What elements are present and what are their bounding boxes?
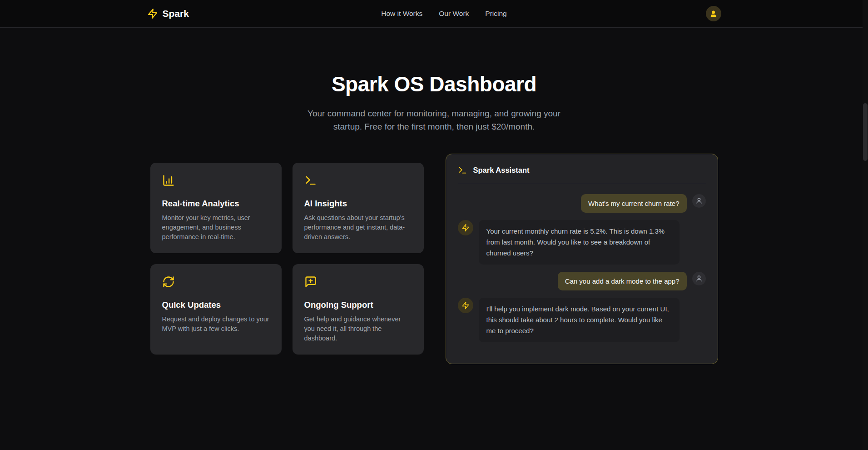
chat-message-assistant: Your current monthly churn rate is 5.2%.…: [458, 220, 706, 265]
navbar-container: Spark How it Works Our Work Pricing: [147, 0, 721, 27]
hero-subtitle: Your command center for monitoring, mana…: [298, 107, 570, 134]
user-icon: [709, 10, 717, 18]
user-icon: [695, 275, 703, 282]
feature-card-realtime-analytics: Real-time Analytics Monitor your key met…: [150, 163, 282, 253]
spark-assistant-panel: Spark Assistant What's my current churn …: [446, 154, 718, 364]
spark-avatar: [458, 220, 473, 235]
page-title: Spark OS Dashboard: [0, 72, 868, 96]
terminal-icon: [458, 165, 467, 175]
feature-card-quick-updates: Quick Updates Request and deploy changes…: [150, 264, 282, 355]
feature-title: Real-time Analytics: [162, 199, 270, 209]
user-message-bubble: Can you add a dark mode to the app?: [558, 272, 687, 290]
message-square-plus-icon: [304, 275, 317, 288]
feature-title: Ongoing Support: [304, 300, 412, 310]
nav-links: How it Works Our Work Pricing: [381, 10, 506, 18]
main-content: Real-time Analytics Monitor your key met…: [0, 154, 868, 364]
assistant-message-bubble: I'll help you implement dark mode. Based…: [479, 298, 680, 342]
lightning-bolt-icon: [461, 301, 470, 310]
user-avatar: [692, 272, 706, 285]
page-scrollbar-thumb[interactable]: [863, 103, 868, 161]
user-message-bubble: What's my current churn rate?: [581, 194, 686, 213]
chat-message-user: What's my current churn rate?: [458, 194, 706, 213]
user-icon: [695, 197, 703, 205]
lightning-bolt-icon: [147, 8, 158, 19]
navbar: Spark How it Works Our Work Pricing: [0, 0, 868, 28]
terminal-icon: [304, 174, 317, 187]
brand-logo[interactable]: Spark: [147, 8, 189, 19]
nav-link-pricing[interactable]: Pricing: [485, 10, 506, 18]
nav-link-how-it-works[interactable]: How it Works: [381, 10, 422, 18]
hero-section: Spark OS Dashboard Your command center f…: [0, 28, 868, 134]
user-avatar: [692, 194, 706, 208]
brand-name: Spark: [163, 8, 189, 19]
feature-title: Quick Updates: [162, 300, 270, 310]
feature-description: Request and deploy changes to your MVP w…: [162, 315, 270, 334]
bar-chart-icon: [162, 174, 175, 187]
feature-title: AI Insights: [304, 199, 412, 209]
chat-messages: What's my current churn rate? Your curre…: [458, 194, 706, 342]
chat-message-assistant: I'll help you implement dark mode. Based…: [458, 298, 706, 342]
feature-description: Ask questions about your startup's perfo…: [304, 213, 412, 242]
nav-link-our-work[interactable]: Our Work: [439, 10, 469, 18]
account-avatar-button[interactable]: [706, 6, 721, 21]
chat-message-user: Can you add a dark mode to the app?: [458, 272, 706, 290]
assistant-message-bubble: Your current monthly churn rate is 5.2%.…: [479, 220, 680, 265]
feature-card-ongoing-support: Ongoing Support Get help and guidance wh…: [293, 264, 424, 355]
spark-avatar: [458, 298, 473, 313]
features-grid: Real-time Analytics Monitor your key met…: [150, 163, 424, 355]
page: Spark How it Works Our Work Pricing Spar…: [0, 0, 868, 450]
assistant-divider: [458, 183, 706, 183]
assistant-header: Spark Assistant: [458, 165, 706, 175]
lightning-bolt-icon: [461, 224, 470, 232]
page-scrollbar-track[interactable]: [863, 0, 868, 450]
feature-description: Get help and guidance whenever you need …: [304, 315, 412, 343]
feature-card-ai-insights: AI Insights Ask questions about your sta…: [293, 163, 424, 253]
refresh-icon: [162, 275, 175, 288]
assistant-title: Spark Assistant: [473, 166, 530, 175]
feature-description: Monitor your key metrics, user engagemen…: [162, 213, 270, 242]
